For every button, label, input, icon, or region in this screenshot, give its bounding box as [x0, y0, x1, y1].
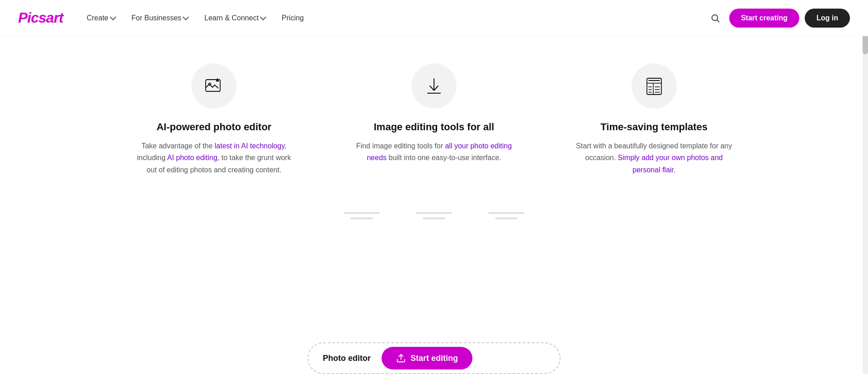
feature-link-ai-editing[interactable]: AI photo editing	[167, 154, 217, 161]
feature-link-latest-ai[interactable]: latest in AI technology	[215, 142, 284, 150]
feature-desc-editing-tools: Find image editing tools for all your ph…	[353, 140, 515, 164]
chevron-down-icon	[183, 14, 189, 20]
main-content: AI-powered photo editor Take advantage o…	[0, 36, 868, 256]
bottom-hint-col-3	[488, 212, 524, 219]
download-icon	[424, 76, 444, 96]
feature-title-ai-editor: AI-powered photo editor	[156, 121, 271, 133]
search-icon	[710, 13, 720, 23]
svg-point-0	[712, 14, 718, 20]
feature-title-templates: Time-saving templates	[600, 121, 708, 133]
feature-card-editing-tools: Image editing tools for all Find image e…	[338, 63, 531, 176]
header-left: Picsart Create For Businesses Learn & Co…	[18, 9, 311, 26]
svg-line-1	[717, 20, 719, 22]
bottom-hint-line-short	[423, 218, 445, 219]
feature-desc-ai-editor: Take advantage of the latest in AI techn…	[132, 140, 295, 176]
header: Picsart Create For Businesses Learn & Co…	[0, 0, 868, 36]
feature-title-editing-tools: Image editing tools for all	[374, 121, 494, 133]
bottom-hint-line-short	[495, 218, 518, 219]
start-creating-button[interactable]: Start creating	[729, 9, 799, 28]
bottom-hint-col-1	[344, 212, 380, 219]
feature-card-templates: Time-saving templates Start with a beaut…	[557, 63, 750, 176]
login-button[interactable]: Log in	[805, 9, 850, 28]
bottom-hint-line	[488, 212, 524, 214]
feature-card-ai-editor: AI-powered photo editor Take advantage o…	[118, 63, 311, 176]
nav-item-businesses[interactable]: For Businesses	[124, 10, 195, 26]
navigation: Create For Businesses Learn & Connect Pr…	[80, 10, 311, 26]
features-grid: AI-powered photo editor Take advantage o…	[118, 63, 750, 176]
logo[interactable]: Picsart	[18, 9, 63, 26]
chevron-down-icon	[260, 14, 266, 20]
bottom-hint-line	[416, 212, 452, 214]
bottom-hint-line	[344, 212, 380, 214]
nav-item-pricing[interactable]: Pricing	[274, 10, 311, 26]
search-button[interactable]	[707, 9, 724, 27]
nav-item-learn-connect[interactable]: Learn & Connect	[197, 10, 273, 26]
header-right: Start creating Log in	[707, 9, 850, 28]
templates-icon-circle	[632, 63, 677, 109]
scrollbar-track[interactable]	[863, 0, 868, 256]
bottom-hint-line-short	[350, 218, 373, 219]
chevron-down-icon	[110, 14, 116, 20]
bottom-hint-col-2	[416, 212, 452, 219]
ai-photo-editor-icon	[204, 76, 224, 96]
download-icon-circle	[411, 63, 457, 109]
nav-item-create[interactable]: Create	[80, 10, 123, 26]
feature-desc-templates: Start with a beautifully designed templa…	[573, 140, 736, 176]
templates-icon	[644, 76, 664, 96]
bottom-hint-section	[36, 212, 832, 219]
feature-link-all-editing[interactable]: all your photo editing needs	[367, 142, 512, 161]
ai-photo-editor-icon-circle	[191, 63, 236, 109]
feature-link-templates[interactable]: Simply add your own photos and personal …	[618, 154, 723, 173]
